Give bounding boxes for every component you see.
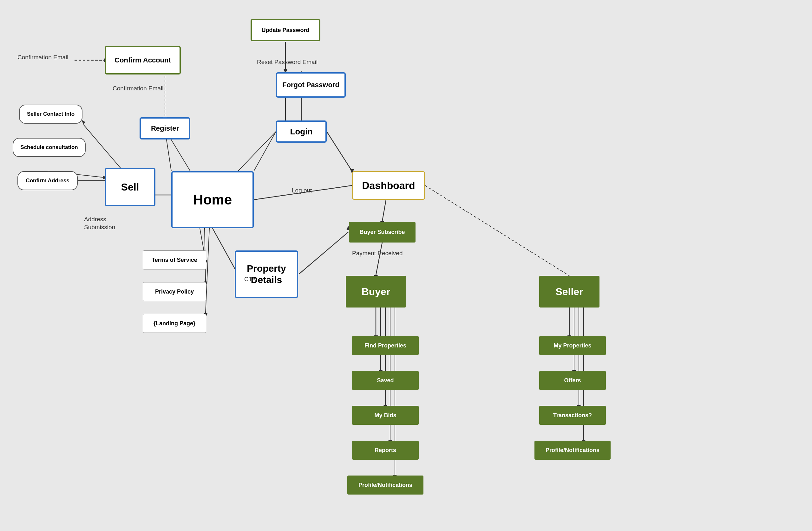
my-bids-node[interactable]: My Bids (352, 406, 419, 425)
privacy-policy-node[interactable]: Privacy Policy (143, 282, 206, 301)
property-details-node[interactable]: PropertyDetails (235, 250, 298, 298)
label-reset-password-email: Reset Password Email (257, 59, 318, 65)
my-properties-node[interactable]: My Properties (539, 336, 606, 355)
label-payment-received: Payment Received (352, 250, 403, 257)
label-confirmation-email-1: Confirmation Email (17, 54, 69, 61)
terms-of-service-node[interactable]: Terms of Service (143, 250, 206, 269)
svg-line-32 (84, 124, 120, 168)
dashboard-node[interactable]: Dashboard (352, 171, 425, 200)
sell-node[interactable]: Sell (105, 168, 156, 206)
buyer-subscribe-node[interactable]: Buyer Subscribe (349, 222, 416, 242)
offers-node[interactable]: Offers (539, 371, 606, 390)
profile-notifications-buyer-node[interactable]: Profile/Notifications (347, 475, 423, 495)
schedule-consultation-node[interactable]: Schedule consultation (13, 138, 86, 157)
saved-node[interactable]: Saved (352, 371, 419, 390)
svg-line-16 (327, 132, 352, 171)
label-address-submission: Address Submission (84, 216, 115, 231)
find-properties-node[interactable]: Find Properties (352, 336, 419, 355)
label-cta: CTA (244, 276, 256, 283)
svg-line-11 (238, 132, 276, 171)
svg-line-24 (205, 228, 209, 313)
login-node[interactable]: Login (276, 120, 327, 143)
svg-line-48 (425, 186, 569, 276)
svg-line-12 (254, 132, 276, 171)
home-node[interactable]: Home (171, 171, 254, 228)
svg-marker-33 (82, 120, 85, 124)
svg-line-26 (213, 228, 238, 274)
svg-line-36 (376, 242, 382, 275)
label-log-out: Log out (292, 187, 312, 194)
forgot-password-node[interactable]: Forgot Password (276, 72, 346, 98)
seller-contact-info-node[interactable]: Seller Contact Info (19, 105, 83, 124)
update-password-node[interactable]: Update Password (250, 19, 320, 41)
diagram-container: Home Login Register Confirm Account Upda… (0, 0, 812, 531)
buyer-node[interactable]: Buyer (346, 276, 406, 308)
label-confirmation-email-2: Confirmation Email (113, 85, 164, 92)
reports-node[interactable]: Reports (352, 441, 419, 460)
confirm-address-node[interactable]: Confirm Address (17, 171, 78, 190)
landing-page-node[interactable]: {Landing Page} (143, 314, 206, 333)
confirm-account-node[interactable]: Confirm Account (105, 46, 181, 74)
seller-node[interactable]: Seller (539, 276, 599, 308)
svg-line-57 (299, 232, 348, 274)
profile-notifications-seller-node[interactable]: Profile/Notifications (535, 441, 611, 460)
transactions-node[interactable]: Transactions? (539, 406, 606, 425)
register-node[interactable]: Register (140, 117, 190, 139)
